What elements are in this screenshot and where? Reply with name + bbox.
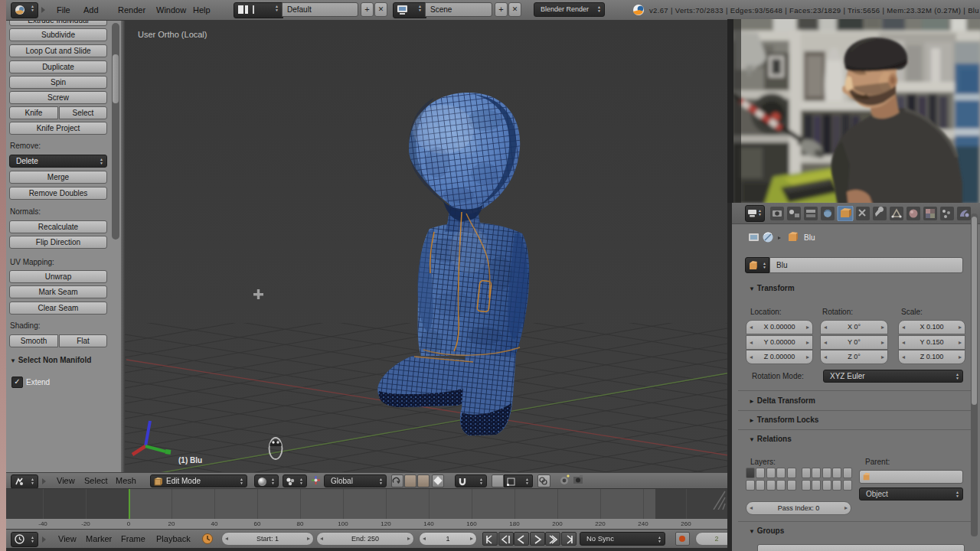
svg-text:Blu: Blu xyxy=(804,233,815,242)
svg-text:(1) Blu: (1) Blu xyxy=(178,456,202,465)
svg-text:User Ortho (Local): User Ortho (Local) xyxy=(138,30,207,39)
